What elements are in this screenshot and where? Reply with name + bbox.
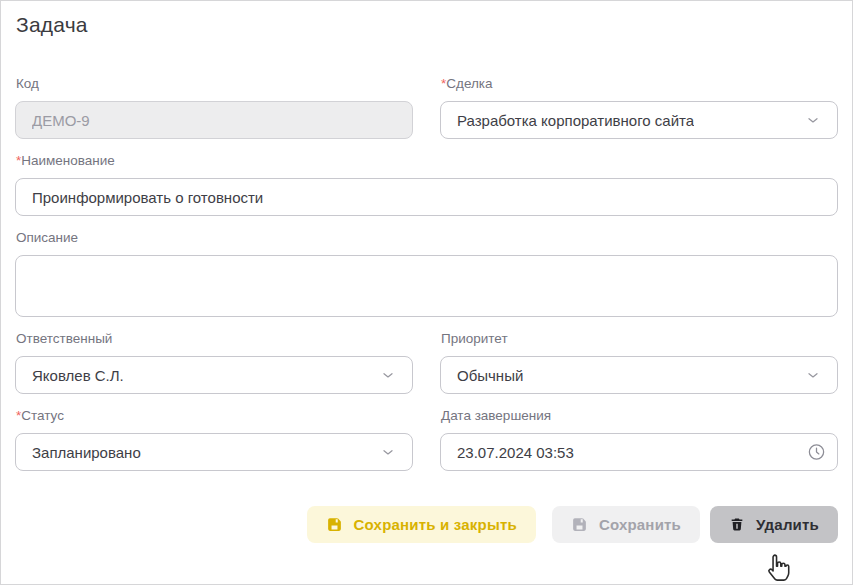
save-and-close-button[interactable]: Сохранить и закрыть xyxy=(307,506,536,543)
description-textarea[interactable] xyxy=(15,255,838,317)
code-label: Код xyxy=(16,75,413,92)
responsible-field-group: Ответственный Яковлев С.Л. xyxy=(15,330,413,394)
delete-label: Удалить xyxy=(756,516,819,533)
name-label: *Наименование xyxy=(16,152,838,169)
status-field-group: *Статус Запланировано xyxy=(15,407,413,471)
priority-select[interactable]: Обычный xyxy=(440,356,838,394)
chevron-down-icon xyxy=(805,367,821,383)
responsible-label: Ответственный xyxy=(16,330,413,347)
name-field-group: *Наименование xyxy=(15,152,838,216)
form-row-description: Описание xyxy=(15,229,838,317)
due-date-field-group: Дата завершения xyxy=(440,407,838,471)
page-title: Задача xyxy=(16,13,838,37)
floppy-disk-icon xyxy=(571,516,588,533)
save-and-close-label: Сохранить и закрыть xyxy=(354,516,517,533)
form-row-code-deal: Код *Сделка Разработка корпоративного са… xyxy=(15,75,838,139)
priority-label: Приоритет xyxy=(441,330,838,347)
deal-field-group: *Сделка Разработка корпоративного сайта xyxy=(440,75,838,139)
deal-label: *Сделка xyxy=(441,75,838,92)
deal-select-value: Разработка корпоративного сайта xyxy=(457,112,694,129)
trash-icon xyxy=(729,516,745,533)
status-select-value: Запланировано xyxy=(32,444,141,461)
clock-icon[interactable] xyxy=(807,443,826,462)
chevron-down-icon xyxy=(380,444,396,460)
save-label: Сохранить xyxy=(599,516,681,533)
description-label: Описание xyxy=(16,229,838,246)
due-date-label: Дата завершения xyxy=(441,407,838,424)
due-date-input[interactable] xyxy=(440,433,838,471)
task-edit-form-panel: Задача Код *Сделка Разработка корпоратив… xyxy=(0,0,853,585)
priority-select-value: Обычный xyxy=(457,367,523,384)
responsible-select-value: Яковлев С.Л. xyxy=(32,367,124,384)
description-field-group: Описание xyxy=(15,229,838,317)
code-input xyxy=(15,101,413,139)
deal-select[interactable]: Разработка корпоративного сайта xyxy=(440,101,838,139)
name-input[interactable] xyxy=(15,178,838,216)
status-select[interactable]: Запланировано xyxy=(15,433,413,471)
delete-button[interactable]: Удалить xyxy=(710,506,838,543)
hand-pointer-cursor xyxy=(762,552,794,585)
save-button[interactable]: Сохранить xyxy=(552,506,700,543)
form-row-status-date: *Статус Запланировано Дата завершения xyxy=(15,407,838,471)
status-label: *Статус xyxy=(16,407,413,424)
form-row-responsible-priority: Ответственный Яковлев С.Л. Приоритет Обы… xyxy=(15,330,838,394)
chevron-down-icon xyxy=(805,112,821,128)
chevron-down-icon xyxy=(380,367,396,383)
form-row-name: *Наименование xyxy=(15,152,838,216)
form-footer: Сохранить и закрыть Сохранить Удалить xyxy=(15,506,838,543)
responsible-select[interactable]: Яковлев С.Л. xyxy=(15,356,413,394)
priority-field-group: Приоритет Обычный xyxy=(440,330,838,394)
due-date-wrap xyxy=(440,433,838,471)
task-form: Код *Сделка Разработка корпоративного са… xyxy=(15,75,838,543)
code-field-group: Код xyxy=(15,75,413,139)
floppy-disk-icon xyxy=(326,516,343,533)
